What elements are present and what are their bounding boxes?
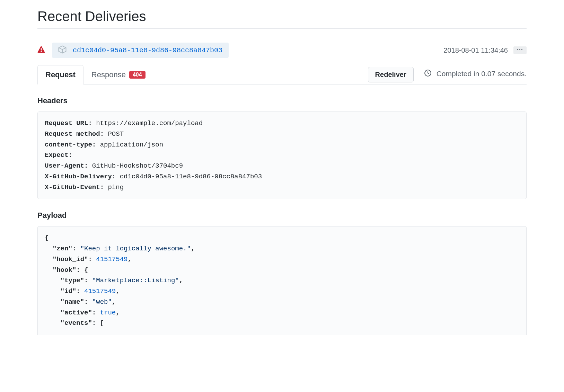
clock-icon bbox=[424, 69, 432, 79]
tab-label: Response bbox=[91, 70, 126, 79]
delivery-pill[interactable]: cd1c04d0-95a8-11e8-9d86-98cc8a847b03 bbox=[52, 43, 229, 58]
headers-title: Headers bbox=[37, 96, 527, 105]
tab-bar: Request Response 404 Redeliver Completed… bbox=[37, 65, 527, 84]
delivery-summary: cd1c04d0-95a8-11e8-9d86-98cc8a847b03 201… bbox=[37, 34, 527, 65]
delivery-guid: cd1c04d0-95a8-11e8-9d86-98cc8a847b03 bbox=[73, 46, 222, 54]
completion-info: Completed in 0.07 seconds. bbox=[424, 69, 527, 80]
package-icon bbox=[58, 45, 67, 55]
completion-text: Completed in 0.07 seconds. bbox=[437, 70, 527, 78]
payload-title: Payload bbox=[37, 211, 527, 220]
headers-block: Request URL: https://example.com/payload… bbox=[37, 112, 527, 199]
tab-response[interactable]: Response 404 bbox=[83, 65, 153, 84]
page-title: Recent Deliveries bbox=[37, 9, 527, 29]
delivery-timestamp: 2018-08-01 11:34:46 bbox=[443, 46, 508, 54]
payload-block: { "zen": "Keep it logically awesome.", "… bbox=[37, 226, 527, 335]
redeliver-button[interactable]: Redeliver bbox=[368, 67, 414, 82]
alert-triangle-icon bbox=[37, 46, 45, 55]
more-actions-button[interactable]: ··· bbox=[513, 46, 527, 54]
status-badge: 404 bbox=[129, 71, 146, 79]
tab-request[interactable]: Request bbox=[37, 65, 83, 84]
tab-label: Request bbox=[45, 70, 76, 79]
